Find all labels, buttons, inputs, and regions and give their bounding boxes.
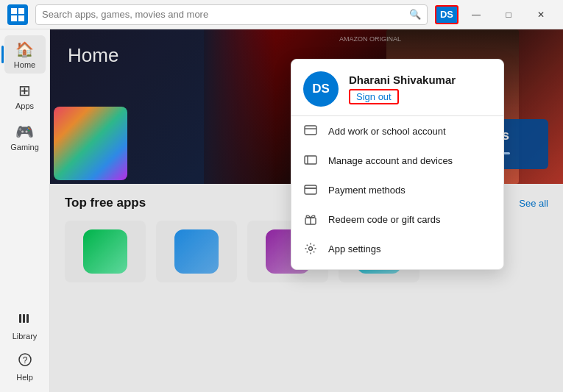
user-info: Dharani Shivakumar Sign out — [349, 74, 456, 104]
svg-rect-3 — [18, 15, 24, 21]
apps-icon: ⊞ — [18, 82, 31, 99]
content-area: Home AMAZON ORIGINAL TOMORROW WAR OUT RE… — [50, 29, 563, 392]
sidebar-label-help: Help — [16, 373, 33, 382]
minimize-button[interactable]: — — [461, 4, 491, 25]
sidebar-label-home: Home — [14, 60, 35, 69]
svg-rect-6 — [26, 314, 29, 323]
menu-item-settings[interactable]: App settings — [291, 234, 503, 263]
redeem-icon — [303, 212, 318, 227]
gaming-icon: 🎮 — [15, 123, 34, 140]
sidebar-item-home[interactable]: 🏠 Home — [4, 35, 46, 74]
search-bar[interactable]: 🔍 — [35, 4, 428, 25]
search-icon: 🔍 — [409, 9, 421, 20]
help-icon: ? — [18, 352, 32, 371]
svg-text:?: ? — [22, 355, 27, 366]
avatar: DS — [303, 71, 339, 107]
user-name: Dharani Shivakumar — [349, 74, 456, 86]
svg-point-17 — [309, 247, 313, 251]
menu-label-payment: Payment methods — [328, 185, 406, 196]
dropdown-overlay[interactable]: DS Dharani Shivakumar Sign out Add wor — [50, 29, 563, 392]
user-header: DS Dharani Shivakumar Sign out — [291, 71, 503, 116]
sidebar-item-library[interactable]: Library — [4, 307, 46, 345]
home-icon: 🏠 — [15, 40, 34, 58]
svg-rect-11 — [305, 156, 316, 164]
menu-label-settings: App settings — [328, 243, 381, 254]
library-icon — [18, 311, 32, 329]
sign-out-button[interactable]: Sign out — [349, 89, 399, 104]
sidebar-item-help[interactable]: ? Help — [4, 348, 46, 386]
sidebar-item-apps[interactable]: ⊞ Apps — [4, 76, 46, 115]
window-chrome: 🔍 DS — □ ✕ — [0, 0, 563, 29]
menu-label-manage-account: Manage account and devices — [328, 155, 453, 166]
menu-item-redeem[interactable]: Redeem code or gift cards — [291, 204, 503, 234]
svg-rect-2 — [11, 15, 17, 21]
sidebar-label-library: Library — [13, 332, 38, 341]
sidebar: 🏠 Home ⊞ Apps 🎮 Gaming Library — [0, 29, 50, 392]
svg-rect-13 — [305, 185, 316, 194]
window-controls: DS — □ ✕ — [435, 4, 556, 25]
menu-item-add-account[interactable]: Add work or school account — [291, 116, 503, 146]
sidebar-item-gaming[interactable]: 🎮 Gaming — [4, 118, 46, 156]
svg-rect-9 — [305, 126, 316, 135]
menu-item-manage-account[interactable]: Manage account and devices — [291, 146, 503, 175]
settings-icon — [303, 241, 318, 256]
add-account-icon — [303, 124, 318, 138]
menu-label-add-account: Add work or school account — [328, 126, 446, 137]
app-logo — [7, 4, 28, 25]
menu-item-payment[interactable]: Payment methods — [291, 175, 503, 204]
svg-rect-5 — [23, 314, 25, 323]
sidebar-label-gaming: Gaming — [10, 143, 39, 152]
payment-icon — [303, 182, 318, 197]
user-account-button[interactable]: DS — [435, 5, 458, 24]
maximize-button[interactable]: □ — [494, 4, 523, 25]
sidebar-label-apps: Apps — [15, 101, 34, 110]
svg-rect-4 — [19, 314, 21, 323]
svg-rect-1 — [18, 8, 24, 14]
menu-label-redeem: Redeem code or gift cards — [328, 214, 440, 225]
dropdown-menu: DS Dharani Shivakumar Sign out Add wor — [291, 59, 504, 270]
main-layout: 🏠 Home ⊞ Apps 🎮 Gaming Library — [0, 29, 563, 392]
search-input[interactable] — [42, 9, 405, 20]
close-button[interactable]: ✕ — [526, 4, 556, 25]
svg-rect-0 — [11, 8, 17, 14]
manage-account-icon — [303, 153, 318, 168]
